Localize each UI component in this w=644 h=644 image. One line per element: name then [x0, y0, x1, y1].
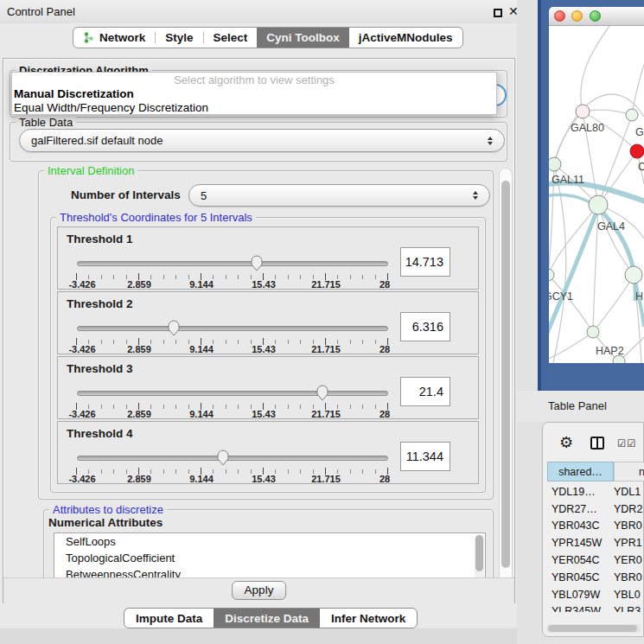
- table-data-selected-value: galFiltered.sif default node: [31, 130, 163, 151]
- slider-track[interactable]: [77, 261, 388, 266]
- table-row[interactable]: YDL19…YDL1: [545, 483, 644, 501]
- panel-title: Control Panel: [7, 5, 75, 18]
- table-row[interactable]: YLR345WYLR3: [545, 603, 644, 612]
- attribute-list-item[interactable]: SelfLoops: [54, 533, 485, 550]
- slider-handle[interactable]: [167, 319, 181, 336]
- table-row[interactable]: YBR045CYBR0: [545, 569, 644, 586]
- tab-jactivemnodules[interactable]: jActiveMNodules: [349, 28, 462, 48]
- table-row[interactable]: YER054CYER0: [545, 552, 644, 569]
- group-title: Interval Definition: [44, 164, 137, 177]
- tick-label: 9.144: [189, 409, 214, 419]
- tab-select[interactable]: Select: [204, 28, 258, 48]
- tab-impute-data[interactable]: Impute Data: [124, 609, 214, 628]
- node-hap2[interactable]: [587, 326, 599, 338]
- tab-style[interactable]: Style: [156, 28, 202, 48]
- tick-label: 9.144: [189, 344, 214, 354]
- column-header-shared-name[interactable]: shared…: [547, 462, 614, 481]
- tick-label: 15.43: [252, 409, 276, 419]
- spinner-arrows-icon[interactable]: [473, 191, 478, 200]
- zoom-traffic-light-icon[interactable]: [590, 10, 601, 22]
- threshold-value-input[interactable]: 21.4: [400, 377, 450, 406]
- control-panel: Control Panel ✕ Network Style Select Cyn…: [0, 0, 517, 644]
- number-of-intervals-spinner[interactable]: 5: [188, 184, 490, 207]
- slider-handle[interactable]: [316, 384, 329, 401]
- tab-label: Network: [99, 31, 145, 44]
- node-red[interactable]: [630, 144, 644, 158]
- tick-label: 2.859: [127, 474, 151, 484]
- node[interactable]: [625, 266, 642, 284]
- tick-label: 21.715: [311, 279, 341, 290]
- tick-label: 28: [379, 474, 390, 484]
- tick-label: 21.715: [311, 344, 341, 354]
- tick-label: -3.426: [68, 409, 95, 419]
- slider-handle[interactable]: [216, 449, 230, 466]
- control-panel-titlebar: Control Panel ✕: [0, 0, 517, 23]
- table-row[interactable]: YPR145WYPR1: [545, 534, 644, 552]
- columns-icon[interactable]: [590, 437, 604, 450]
- node-label-partial: GA: [635, 126, 644, 138]
- gear-icon[interactable]: ⚙: [559, 435, 573, 450]
- threshold-label: Threshold 2: [67, 297, 133, 310]
- node-gal11[interactable]: [549, 157, 561, 171]
- scrollbar-thumb[interactable]: [501, 181, 510, 568]
- tab-cyni-toolbox[interactable]: Cyni Toolbox: [257, 28, 349, 48]
- cyni-mode-tabs: Impute Data Discretize Data Infer Networ…: [124, 608, 418, 628]
- scrollbar-thumb[interactable]: [548, 625, 637, 632]
- threshold-label: Threshold 3: [67, 362, 133, 375]
- slider-track[interactable]: [77, 456, 388, 461]
- tick-label: -3.426: [68, 344, 95, 354]
- horizontal-scrollbar[interactable]: [546, 624, 641, 633]
- tick-label: 28: [379, 409, 390, 419]
- node-label: GAL11: [552, 174, 584, 186]
- close-icon[interactable]: ✕: [508, 4, 519, 18]
- node-label: GAL4: [597, 220, 625, 233]
- tab-label: Discretize Data: [225, 612, 309, 625]
- float-panel-icon[interactable]: [494, 9, 502, 17]
- node-label: GCY1: [549, 290, 573, 303]
- tab-label: Select: [214, 31, 248, 44]
- column-header-name[interactable]: na: [614, 462, 644, 481]
- slider-track[interactable]: [77, 326, 388, 331]
- threshold-value-input[interactable]: 11.344: [400, 442, 450, 471]
- threshold-value-input[interactable]: 14.713: [400, 247, 450, 277]
- tab-discretize-data[interactable]: Discretize Data: [214, 609, 320, 628]
- tab-label: Cyni Toolbox: [266, 31, 340, 44]
- bottom-strip: [0, 628, 517, 644]
- table-row[interactable]: YBL079WYBL0: [545, 586, 644, 603]
- node-gal80[interactable]: [576, 105, 590, 118]
- attribute-list-item[interactable]: TopologicalCoefficient: [54, 550, 485, 566]
- node-gal4[interactable]: [589, 195, 608, 214]
- vertical-scrollbar[interactable]: [499, 168, 513, 602]
- threshold-value-input[interactable]: 6.316: [400, 312, 450, 341]
- minimize-traffic-light-icon[interactable]: [571, 10, 583, 22]
- group-title: Attributes to discretize: [49, 503, 167, 516]
- threshold-1-slider[interactable]: [77, 257, 388, 274]
- dropdown-option-manual[interactable]: Manual Discretization: [12, 87, 496, 101]
- checkbox-pair-icon[interactable]: ☑☑: [617, 437, 637, 450]
- threshold-2-slider[interactable]: [77, 322, 388, 339]
- dropdown-option-equal-width[interactable]: Equal Width/Frequency Discretization: [12, 101, 496, 115]
- tick-label: -3.426: [68, 279, 95, 290]
- node-label: HAP2: [596, 345, 624, 357]
- tab-network[interactable]: Network: [73, 28, 155, 48]
- slider-handle[interactable]: [250, 254, 264, 271]
- node[interactable]: [626, 109, 638, 121]
- table-row[interactable]: YBR043CYBR0: [545, 518, 644, 535]
- network-canvas[interactable]: GAL80 GA C GAL11 GAL4 GCY1 H HAP2: [549, 26, 644, 363]
- tab-label: Impute Data: [136, 612, 202, 625]
- slider-track[interactable]: [77, 391, 388, 396]
- tick-label: 15.43: [252, 279, 276, 290]
- numerical-attributes-label: Numerical Attributes: [48, 516, 163, 529]
- threshold-3-slider[interactable]: [77, 386, 388, 404]
- table-row[interactable]: YDR27…YDR2: [545, 501, 644, 518]
- apply-button[interactable]: Apply: [232, 581, 287, 600]
- tick-label: 15.43: [252, 344, 276, 354]
- tab-infer-network[interactable]: Infer Network: [320, 609, 417, 628]
- close-traffic-light-icon[interactable]: [554, 10, 565, 22]
- table-data-combobox[interactable]: galFiltered.sif default node: [19, 129, 505, 152]
- tick-label: 2.859: [127, 279, 151, 290]
- threshold-label: Threshold 4: [67, 427, 133, 440]
- threshold-4-slider[interactable]: [77, 451, 388, 469]
- node-gcy1[interactable]: [549, 269, 554, 281]
- combo-arrows-icon[interactable]: [488, 137, 493, 145]
